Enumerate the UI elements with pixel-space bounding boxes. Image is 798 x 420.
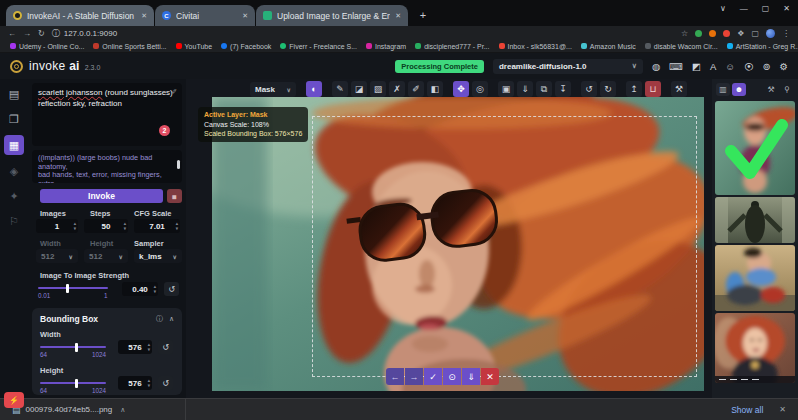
bookmark-item[interactable]: YouTube bbox=[176, 43, 213, 50]
window-minimize-icon[interactable]: — bbox=[740, 4, 748, 13]
settings-icon[interactable]: ⚙ bbox=[779, 61, 788, 72]
toggle-preview-button[interactable]: ⊙ bbox=[443, 368, 461, 385]
prompt-input[interactable]: ✐ scarlett johansson (round sunglasses) … bbox=[32, 83, 182, 146]
window-maximize-icon[interactable]: ▢ bbox=[762, 4, 770, 13]
strength-reset-button[interactable]: ↺ bbox=[164, 282, 179, 296]
gallery-settings-icon[interactable]: ⚒ bbox=[764, 83, 778, 96]
bbox-height-slider[interactable] bbox=[40, 382, 106, 384]
theme-icon[interactable]: ◩ bbox=[692, 61, 701, 72]
download-filename[interactable]: 000979.40d74eb5....png bbox=[26, 405, 113, 414]
unified-canvas[interactable]: Mask ∨ ◐ ✎ ◪ ▨ ✗ ✐ ◧ ✥ ◎ ▣ ⇓ ⧉ ↧ ↺ ↻ ↥ ⊔ bbox=[186, 79, 712, 398]
side-panel-icon[interactable]: ▢ bbox=[751, 29, 759, 38]
tab-close-icon[interactable]: ✕ bbox=[141, 12, 147, 20]
redo-button[interactable]: ↻ bbox=[600, 81, 616, 97]
bbox-height-reset-button[interactable]: ↺ bbox=[158, 376, 173, 390]
new-tab-button[interactable]: + bbox=[415, 7, 431, 23]
browser-tab-upscale[interactable]: Upload Image to Enlarge & Enh... ✕ bbox=[256, 5, 408, 26]
scrollbar[interactable] bbox=[177, 160, 180, 169]
translate-icon[interactable]: A bbox=[710, 61, 716, 72]
stepper-icons[interactable]: ▴▾ bbox=[124, 221, 126, 231]
fill-bounding-box-button[interactable]: ▨ bbox=[370, 81, 386, 97]
discord-icon[interactable]: ⊚ bbox=[763, 61, 771, 72]
tab-post-processing[interactable]: ✦ bbox=[5, 187, 23, 205]
move-tool-button[interactable]: ✥ bbox=[453, 81, 469, 97]
stepper-icons[interactable]: ▴▾ bbox=[148, 378, 150, 388]
mask-options-button[interactable]: ◐ bbox=[306, 81, 322, 97]
tab-text-to-image[interactable]: ▤ bbox=[5, 85, 23, 103]
layer-select[interactable]: Mask ∨ bbox=[250, 82, 296, 97]
negative-prompt-input[interactable]: ((implants)) (large boobs) nude bad anat… bbox=[32, 150, 182, 183]
slider-handle[interactable] bbox=[75, 379, 78, 388]
tab-close-icon[interactable]: ✕ bbox=[242, 12, 248, 20]
strength-slider[interactable] bbox=[38, 287, 108, 289]
slider-handle[interactable] bbox=[75, 343, 78, 352]
window-menu-icon[interactable]: ∨ bbox=[720, 4, 726, 13]
download-image-button[interactable]: ↧ bbox=[555, 81, 571, 97]
close-downloads-icon[interactable]: ✕ bbox=[779, 405, 786, 414]
stepper-icons[interactable]: ▴▾ bbox=[74, 221, 76, 231]
bounding-box-overlay[interactable] bbox=[312, 116, 697, 377]
reload-icon[interactable]: ↻ bbox=[38, 29, 45, 38]
collapse-icon[interactable]: ∧ bbox=[169, 315, 174, 323]
stepper-icons[interactable]: ▴▾ bbox=[176, 221, 178, 231]
previous-image-button[interactable]: ← bbox=[386, 368, 404, 385]
tab-nodes[interactable]: ◈ bbox=[5, 162, 23, 180]
discard-staging-button[interactable]: ✕ bbox=[481, 368, 499, 385]
gallery-thumbnail-selected[interactable] bbox=[715, 101, 795, 195]
sampler-select[interactable]: k_lms∨ bbox=[134, 249, 182, 263]
color-picker-button[interactable]: ✐ bbox=[408, 81, 424, 97]
tab-close-icon[interactable]: ✕ bbox=[395, 12, 401, 20]
width-select[interactable]: 512∨ bbox=[36, 249, 78, 263]
back-icon[interactable]: ← bbox=[8, 29, 16, 38]
merge-visible-button[interactable]: ▣ bbox=[498, 81, 514, 97]
gallery-pin-icon[interactable]: ⚲ bbox=[780, 83, 794, 96]
gallery-user-tab[interactable]: ☻ bbox=[732, 83, 746, 96]
bookmark-item[interactable]: Amazon Music bbox=[581, 43, 636, 50]
tab-unified-canvas[interactable]: ▦ bbox=[4, 135, 24, 155]
chevron-up-icon[interactable]: ∧ bbox=[120, 406, 125, 414]
bbox-width-input[interactable]: 576 ▴▾ bbox=[118, 340, 152, 354]
bookmark-item[interactable]: disciplened777 - Pr... bbox=[415, 43, 489, 50]
images-input[interactable]: 1 ▴▾ bbox=[36, 219, 78, 233]
bookmark-item[interactable]: Udemy - Online Co... bbox=[10, 43, 84, 50]
keyboard-icon[interactable]: ⌨ bbox=[669, 61, 683, 72]
gallery-thumbnail[interactable] bbox=[715, 245, 795, 311]
copy-to-clipboard-button[interactable]: ⧉ bbox=[536, 81, 552, 97]
steps-input[interactable]: 50 ▴▾ bbox=[84, 219, 128, 233]
save-to-gallery-button[interactable]: ⇓ bbox=[517, 81, 533, 97]
bookmark-item[interactable]: (7) Facebook bbox=[221, 43, 271, 50]
bookmark-item[interactable]: disable Wacom Cir... bbox=[645, 43, 718, 50]
prompt-pin-icon[interactable]: ✐ bbox=[171, 86, 177, 97]
site-info-icon[interactable]: ⓘ bbox=[52, 28, 60, 39]
upload-image-button[interactable]: ↥ bbox=[626, 81, 642, 97]
extension-icon[interactable] bbox=[709, 30, 716, 37]
bookmark-star-icon[interactable]: ☆ bbox=[681, 29, 688, 38]
brush-tool-button[interactable]: ✎ bbox=[332, 81, 348, 97]
gallery-thumbnail[interactable] bbox=[715, 313, 795, 383]
extensions-puzzle-icon[interactable]: ❖ bbox=[737, 29, 744, 38]
bookmark-item[interactable]: Online Sports Betti... bbox=[93, 43, 166, 50]
save-staging-button[interactable]: ⇓ bbox=[462, 368, 480, 385]
reset-view-button[interactable]: ◎ bbox=[472, 81, 488, 97]
bbox-width-slider[interactable] bbox=[40, 346, 106, 348]
bbox-height-input[interactable]: 576 ▴▾ bbox=[118, 376, 152, 390]
extension-icon[interactable] bbox=[723, 30, 730, 37]
show-all-link[interactable]: Show all bbox=[731, 405, 763, 415]
gallery-thumbnail[interactable] bbox=[715, 197, 795, 243]
strength-input[interactable]: 0.40 ▴▾ bbox=[122, 282, 158, 296]
accept-image-button[interactable]: ✓ bbox=[424, 368, 442, 385]
huggingface-icon[interactable]: ☺ bbox=[725, 61, 735, 72]
clear-canvas-button[interactable]: ⊔ bbox=[645, 81, 661, 97]
browser-menu-icon[interactable]: ⋮ bbox=[782, 29, 790, 38]
extension-icon[interactable] bbox=[695, 30, 702, 37]
bbox-width-reset-button[interactable]: ↺ bbox=[158, 340, 173, 354]
stepper-icons[interactable]: ▴▾ bbox=[154, 284, 156, 294]
globe-icon[interactable]: ◍ bbox=[652, 61, 660, 72]
bookmark-item[interactable]: ArtStation - Greg R... bbox=[727, 43, 798, 50]
window-close-icon[interactable]: ✕ bbox=[783, 4, 790, 13]
info-icon[interactable]: ⓘ bbox=[156, 314, 163, 324]
bookmark-item[interactable]: Inbox - slk56831@... bbox=[499, 43, 572, 50]
erase-bounding-box-button[interactable]: ✗ bbox=[389, 81, 405, 97]
address-bar[interactable]: ⓘ 127.0.0.1:9090 bbox=[52, 28, 117, 39]
profile-avatar[interactable] bbox=[766, 29, 775, 38]
